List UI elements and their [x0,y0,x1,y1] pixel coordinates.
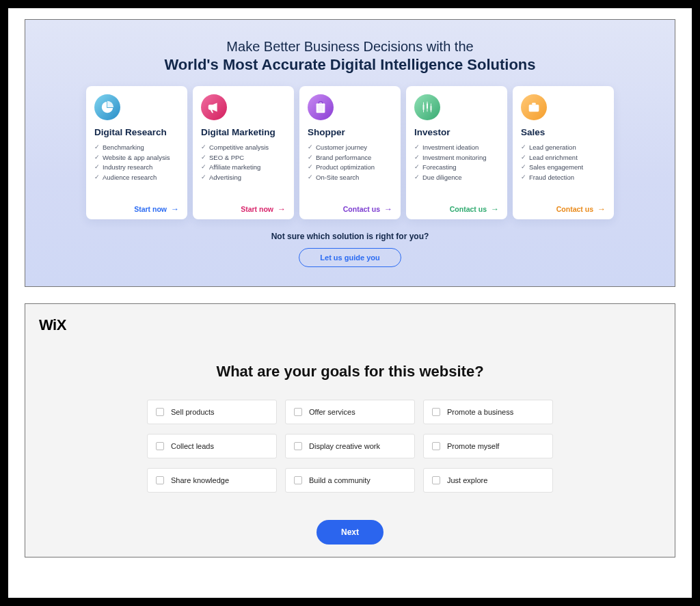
wix-logo: WiX [39,316,661,334]
goal-label: Just explore [447,476,487,484]
checkbox-icon [294,408,302,416]
guide-button[interactable]: Let us guide you [299,248,401,267]
goal-label: Build a community [309,476,371,484]
goal-label: Display creative work [309,442,380,450]
goal-option[interactable]: Offer services [285,400,415,424]
arrow-right-icon: → [491,204,499,214]
goal-option[interactable]: Display creative work [285,434,415,458]
svg-rect-8 [532,103,536,105]
solutions-heading: Make Better Business Decisions with the … [25,20,675,74]
card-feature-list: BenchmarkingWebsite & app analysisIndust… [94,143,179,204]
goal-label: Collect leads [171,442,214,450]
card-feature-item: Lead enrichment [521,153,606,163]
svg-rect-0 [317,104,325,113]
card-cta-label: Start now [134,205,167,213]
solution-card: Digital ResearchBenchmarkingWebsite & ap… [86,86,187,219]
card-title: Digital Marketing [201,127,286,137]
pie-chart-icon [94,94,120,120]
checkbox-icon [432,442,440,450]
card-feature-item: SEO & PPC [201,153,286,163]
card-feature-list: Competitive analysisSEO & PPCAffiliate m… [201,143,286,204]
checkbox-icon [432,476,440,484]
goal-option[interactable]: Share knowledge [147,468,277,493]
svg-rect-7 [529,105,539,111]
goal-label: Offer services [309,408,355,416]
card-feature-item: Audience research [94,173,179,183]
svg-rect-2 [423,102,424,113]
checkbox-icon [432,408,440,416]
goal-option[interactable]: Promote a business [423,400,553,424]
goal-option[interactable]: Promote myself [423,434,553,458]
card-feature-item: Advertising [201,173,286,183]
checkbox-icon [294,476,302,484]
next-button[interactable]: Next [317,520,383,545]
card-feature-list: Lead generationLead enrichmentSales enga… [521,143,606,204]
card-feature-item: Forecasting [414,163,499,173]
card-cta-label: Contact us [343,205,380,213]
solution-card: InvestorInvestment ideationInvestment mo… [406,86,507,219]
card-feature-item: Affiliate marketing [201,163,286,173]
card-feature-item: Brand performance [308,153,392,163]
card-feature-item: Product optimization [308,163,392,173]
goal-label: Sell products [171,408,215,416]
card-cta-label: Start now [241,205,273,213]
footer-prompt: Not sure which solution is right for you… [25,232,675,241]
arrow-right-icon: → [384,204,392,214]
page-frame: Make Better Business Decisions with the … [0,0,700,606]
shopping-bag-icon [308,94,334,120]
solution-card: SalesLead generationLead enrichmentSales… [513,86,614,219]
card-feature-item: Fraud detection [521,173,606,183]
checkbox-icon [156,476,164,484]
card-feature-item: Investment monitoring [414,153,499,163]
arrow-right-icon: → [171,204,179,214]
card-title: Shopper [308,127,392,137]
goals-title: What are your goals for this website? [39,363,661,381]
card-title: Digital Research [94,127,179,137]
card-title: Investor [414,127,499,137]
goals-grid: Sell productsOffer servicesPromote a bus… [39,400,661,493]
briefcase-icon [521,94,547,120]
checkbox-icon [156,408,164,416]
goal-label: Promote a business [447,408,513,416]
card-feature-item: Competitive analysis [201,143,286,153]
goal-option[interactable]: Sell products [147,400,277,424]
wix-goals-panel: WiX What are your goals for this website… [25,303,675,557]
card-title: Sales [521,127,606,137]
card-feature-list: Customer journeyBrand performanceProduct… [308,143,392,204]
heading-line-2: World's Most Accurate Digital Intelligen… [25,56,675,74]
checkbox-icon [156,442,164,450]
card-feature-item: Sales engagement [521,163,606,173]
goal-option[interactable]: Build a community [285,468,415,493]
solutions-footer: Not sure which solution is right for you… [25,232,675,267]
card-cta-link[interactable]: Start now→ [201,204,286,214]
checkbox-icon [294,442,302,450]
heading-line-1: Make Better Business Decisions with the [25,39,675,55]
card-cta-link[interactable]: Contact us→ [521,204,606,214]
goal-label: Share knowledge [171,476,229,484]
card-cta-link[interactable]: Contact us→ [414,204,499,214]
card-cta-label: Contact us [450,205,487,213]
svg-rect-6 [431,104,431,113]
card-feature-item: On-Site search [308,173,392,183]
goal-option[interactable]: Just explore [423,468,553,493]
candlestick-chart-icon [414,94,440,120]
card-cta-link[interactable]: Start now→ [94,204,179,214]
wix-content: What are your goals for this website? Se… [39,334,661,545]
goal-label: Promote myself [447,442,499,450]
card-feature-item: Website & app analysis [94,153,179,163]
arrow-right-icon: → [597,204,606,214]
card-feature-item: Benchmarking [94,143,179,153]
solution-cards: Digital ResearchBenchmarkingWebsite & ap… [25,74,675,219]
card-feature-item: Customer journey [308,143,392,153]
card-cta-label: Contact us [556,205,593,213]
solution-card: ShopperCustomer journeyBrand performance… [299,86,401,219]
megaphone-icon [201,94,227,120]
goal-option[interactable]: Collect leads [147,434,277,458]
solutions-panel: Make Better Business Decisions with the … [25,19,675,287]
arrow-right-icon: → [278,204,286,214]
card-cta-link[interactable]: Contact us→ [308,204,392,214]
card-feature-item: Due diligence [414,173,499,183]
svg-rect-4 [427,102,428,112]
solution-card: Digital MarketingCompetitive analysisSEO… [193,86,294,219]
card-feature-item: Investment ideation [414,143,499,153]
